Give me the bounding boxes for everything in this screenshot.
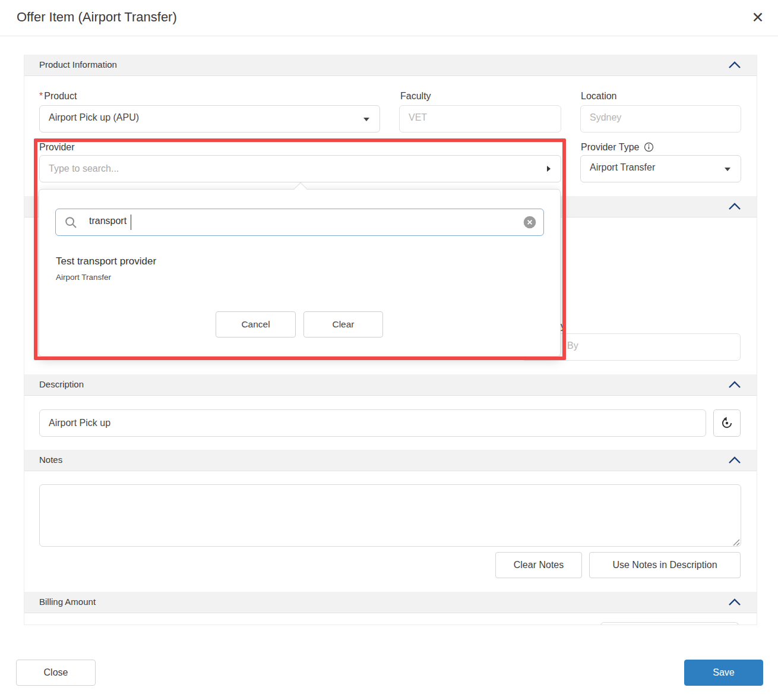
modal-title: Offer Item (Airport Transfer) [17,10,177,25]
faculty-label: Faculty [400,91,431,102]
clear-notes-button[interactable]: Clear Notes [495,552,582,578]
section-header-description[interactable]: Description [24,374,757,396]
billing-partial-field[interactable] [600,622,739,625]
notes-textarea[interactable] [39,484,741,547]
restore-description-button[interactable] [713,409,741,437]
provider-label: Provider [39,142,75,153]
hidden-by-value: By [567,340,578,351]
section-header-notes[interactable]: Notes [24,450,757,471]
chevron-up-icon[interactable] [728,598,741,606]
section-title: Description [39,379,84,389]
location-label: Location [581,91,617,102]
resize-handle-icon[interactable] [732,538,740,546]
popup-search-value[interactable]: transport [89,216,126,226]
chevron-up-icon[interactable] [728,456,741,464]
section-header-product-information[interactable]: Product Information [24,55,757,76]
info-icon[interactable] [644,142,654,154]
save-button[interactable]: Save [684,660,763,686]
caret-down-icon [725,168,730,171]
chevron-up-icon[interactable] [728,61,741,69]
offer-item-modal: Offer Item (Airport Transfer) ✕ Product … [0,0,778,700]
caret-right-icon [547,166,551,172]
faculty-value: VET [409,112,427,123]
search-result-subtitle: Airport Transfer [56,273,111,282]
clear-button[interactable]: Clear [303,311,383,338]
clear-search-icon[interactable] [523,216,536,229]
caret-down-icon [363,118,369,121]
section-header-billing-amount[interactable]: Billing Amount [24,592,757,613]
product-select-value: Airport Pick up (APU) [49,112,139,123]
section-title: Notes [39,455,62,465]
section-title: Product Information [39,59,117,70]
modal-header: Offer Item (Airport Transfer) ✕ [0,0,778,36]
use-notes-in-description-button[interactable]: Use Notes in Description [589,552,741,578]
location-value: Sydney [590,112,621,123]
description-input-wrap[interactable] [39,409,706,437]
product-select[interactable]: Airport Pick up (APU) [39,105,380,133]
provider-type-value: Airport Transfer [590,162,655,173]
chevron-up-icon[interactable] [728,203,741,210]
search-result-item[interactable]: Test transport provider [56,256,156,267]
chevron-up-icon[interactable] [728,381,741,389]
faculty-field: VET [399,105,561,133]
cancel-button[interactable]: Cancel [216,311,296,338]
description-input[interactable] [40,410,706,436]
restore-icon [720,417,733,430]
required-asterisk: * [39,91,43,101]
provider-search-field[interactable] [39,155,561,182]
popup-search-field[interactable]: transport [55,209,544,236]
provider-search-popup: transport Test transport provider Airpor… [39,189,561,357]
product-label: *Product [39,91,77,102]
location-field: Sydney [580,105,741,133]
close-icon[interactable]: ✕ [747,7,768,29]
section-title: Billing Amount [39,597,96,607]
provider-type-label: Provider Type [581,142,654,154]
text-cursor [131,215,131,230]
provider-search-input[interactable] [40,156,561,182]
close-button[interactable]: Close [16,660,96,686]
search-icon [65,216,77,229]
provider-type-select[interactable]: Airport Transfer [580,155,741,182]
